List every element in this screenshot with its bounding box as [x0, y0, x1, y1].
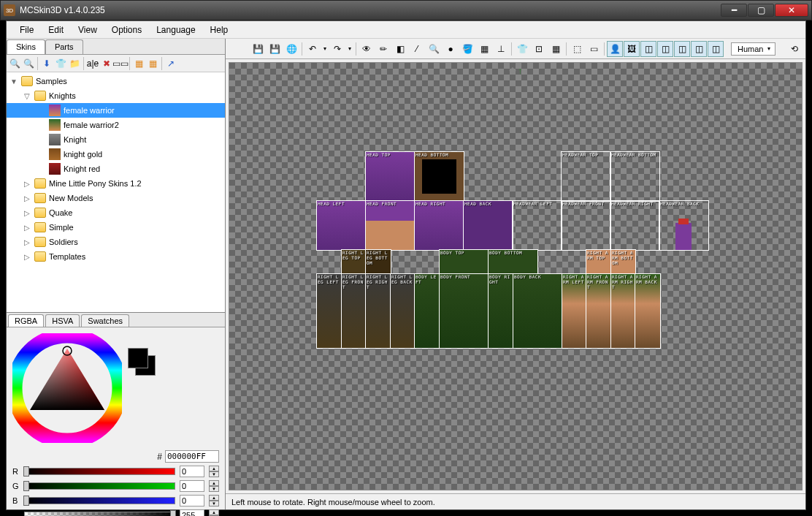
copy-icon[interactable]: ▭	[586, 41, 602, 57]
delete-icon[interactable]: ✖	[100, 57, 113, 70]
noise-tool-icon[interactable]: ▦	[476, 41, 492, 57]
expand-icon[interactable]: ▷	[23, 194, 31, 202]
b-value[interactable]	[180, 495, 204, 506]
bucket-tool-icon[interactable]: 🪣	[459, 41, 475, 57]
menu-help[interactable]: Help	[203, 22, 236, 38]
tab-parts[interactable]: Parts	[45, 39, 83, 54]
maximize-button[interactable]: ▢	[748, 4, 774, 17]
texture-viewport[interactable]: ✥ ↑ HEAD TOP HEAD BOTTOM HEADWEAR TOP HE…	[229, 62, 803, 490]
grid1-icon[interactable]: ▦	[132, 57, 145, 70]
save-icon[interactable]: 💾	[250, 41, 266, 57]
redo-dropdown-icon[interactable]: ▾	[346, 41, 353, 57]
close-button[interactable]: ✕	[775, 4, 808, 17]
expand-icon[interactable]: ▽	[23, 92, 31, 100]
spin-up-icon[interactable]: ▲	[209, 466, 219, 471]
tab-rgba[interactable]: RGBA	[8, 314, 44, 327]
r-slider[interactable]	[24, 468, 175, 475]
minimize-button[interactable]: ━	[721, 4, 747, 17]
tree-skin-item[interactable]: female warrior2	[7, 118, 225, 132]
view-split5-icon[interactable]: ◫	[708, 41, 724, 57]
tab-swatches[interactable]: Swatches	[81, 314, 129, 327]
a-slider[interactable]	[24, 512, 175, 516]
zoom-out-icon[interactable]: 🔍	[8, 57, 21, 70]
view-3d-icon[interactable]: 👤	[607, 41, 623, 57]
tree-skin-item[interactable]: Knight	[7, 132, 225, 147]
tree-folder-knights[interactable]: ▽ Knights	[7, 88, 225, 103]
view-split2-icon[interactable]: ◫	[657, 41, 673, 57]
skin-tree[interactable]: ▼ Samples ▽ Knights female warrior femal…	[7, 72, 225, 312]
menu-view[interactable]: View	[71, 22, 104, 38]
tree-folder[interactable]: ▷Soldiers	[7, 235, 225, 249]
new-skin-icon[interactable]: 👕	[54, 57, 67, 70]
tree-folder[interactable]: ▷Simple	[7, 220, 225, 235]
dropper-tool-icon[interactable]: ⁄	[409, 41, 425, 57]
import-icon[interactable]: ⬇	[40, 57, 53, 70]
r-value[interactable]	[180, 466, 204, 477]
tree-skin-item[interactable]: Knight red	[7, 162, 225, 176]
undo-icon[interactable]: ↶	[304, 41, 321, 57]
undo-dropdown-icon[interactable]: ▾	[321, 41, 329, 57]
tree-folder[interactable]: ▷Mine Little Pony Skins 1.2	[7, 176, 225, 191]
burn-tool-icon[interactable]: ●	[443, 41, 459, 57]
model-selector[interactable]: Human ▾	[731, 42, 775, 56]
gizmo-move-icon[interactable]: ✥	[509, 66, 516, 76]
new-folder-icon[interactable]: 📁	[68, 57, 81, 70]
menu-options[interactable]: Options	[104, 22, 149, 38]
expand-icon[interactable]: ▼	[9, 77, 18, 86]
spin-up-icon[interactable]: ▲	[209, 495, 219, 501]
tree-folder[interactable]: ▷Templates	[7, 249, 225, 264]
pencil-tool-icon[interactable]: ✏	[375, 41, 391, 57]
expand-icon[interactable]: ▷	[23, 238, 31, 246]
zoom-in-icon[interactable]: 🔍	[22, 57, 35, 70]
view-2d-icon[interactable]: 🖼	[624, 41, 640, 57]
save-all-icon[interactable]: 💾	[267, 41, 283, 57]
a-value[interactable]	[180, 509, 204, 516]
expand-icon[interactable]: ▷	[23, 224, 31, 232]
spin-up-icon[interactable]: ▲	[209, 480, 219, 486]
view-split4-icon[interactable]: ◫	[691, 41, 707, 57]
hex-input[interactable]	[165, 450, 219, 463]
tree-folder-root[interactable]: ▼ Samples	[7, 74, 225, 88]
select-icon[interactable]: ⬚	[569, 41, 585, 57]
rename-icon[interactable]: a|e	[86, 57, 99, 70]
expand-icon[interactable]: ▷	[23, 253, 31, 261]
view-split1-icon[interactable]: ◫	[640, 41, 656, 57]
view-split3-icon[interactable]: ◫	[674, 41, 690, 57]
stamp-tool-icon[interactable]: ⊥	[493, 41, 509, 57]
spin-up-icon[interactable]: ▲	[209, 509, 219, 515]
folder-icon	[34, 178, 46, 189]
reset-view-icon[interactable]: ⟲	[786, 41, 803, 57]
spin-down-icon[interactable]: ▼	[209, 471, 219, 477]
expand-icon[interactable]: ▷	[23, 209, 31, 217]
b-slider[interactable]	[24, 497, 175, 504]
menu-edit[interactable]: Edit	[41, 22, 71, 38]
spin-down-icon[interactable]: ▼	[209, 486, 219, 492]
expand-icon[interactable]: ▷	[23, 180, 31, 188]
tree-folder[interactable]: ▷Quake	[7, 205, 225, 220]
grid2-icon[interactable]: ▦	[146, 57, 159, 70]
menu-language[interactable]: Language	[149, 22, 202, 38]
color-swatches[interactable]	[128, 348, 157, 377]
tab-hsva[interactable]: HSVA	[45, 314, 80, 327]
tree-skin-item[interactable]: knight gold	[7, 147, 225, 162]
primary-color-swatch[interactable]	[128, 348, 148, 368]
gizmo-up-icon[interactable]: ↑	[518, 66, 522, 76]
eraser-tool-icon[interactable]: ◧	[392, 41, 408, 57]
tool-opt3-icon[interactable]: ▦	[548, 41, 564, 57]
tool-opt2-icon[interactable]: ⊡	[531, 41, 547, 57]
color-wheel[interactable]	[12, 333, 122, 443]
upload-icon[interactable]: 🌐	[283, 41, 299, 57]
menu-file[interactable]: File	[12, 22, 41, 38]
redo-icon[interactable]: ↷	[329, 41, 345, 57]
g-slider[interactable]	[24, 482, 175, 490]
tree-skin-item[interactable]: female warrior	[7, 103, 225, 118]
spin-down-icon[interactable]: ▼	[209, 501, 219, 506]
fetch-icon[interactable]: ↗	[164, 57, 177, 70]
tree-folder[interactable]: ▷New Models	[7, 191, 225, 205]
camera-tool-icon[interactable]: 👁	[359, 41, 375, 57]
clone-icon[interactable]: ▭▭	[114, 57, 127, 70]
g-value[interactable]	[180, 480, 204, 492]
tool-opt1-icon[interactable]: 👕	[514, 41, 530, 57]
tab-skins[interactable]: Skins	[7, 39, 45, 54]
dodge-tool-icon[interactable]: 🔍	[426, 41, 442, 57]
